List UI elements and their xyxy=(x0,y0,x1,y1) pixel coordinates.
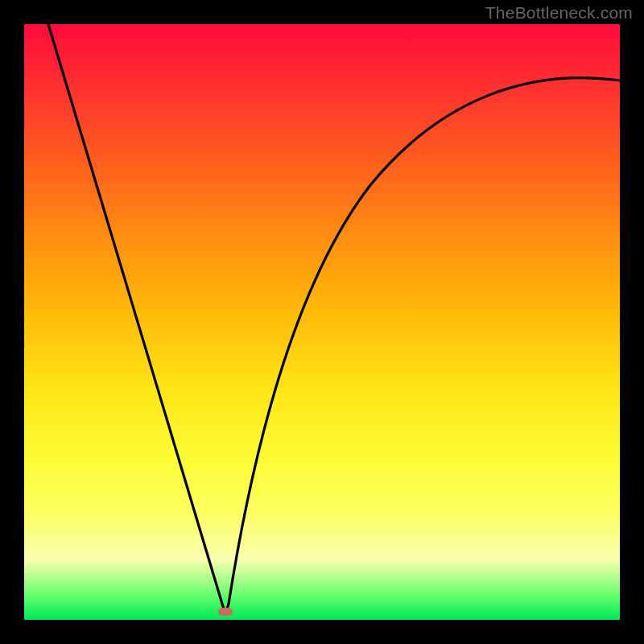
watermark-label: TheBottleneck.com xyxy=(485,3,633,23)
bottleneck-curve xyxy=(24,24,620,620)
curve-path xyxy=(48,24,620,610)
chart-plot-area xyxy=(24,24,620,620)
optimal-point-marker xyxy=(218,608,233,616)
